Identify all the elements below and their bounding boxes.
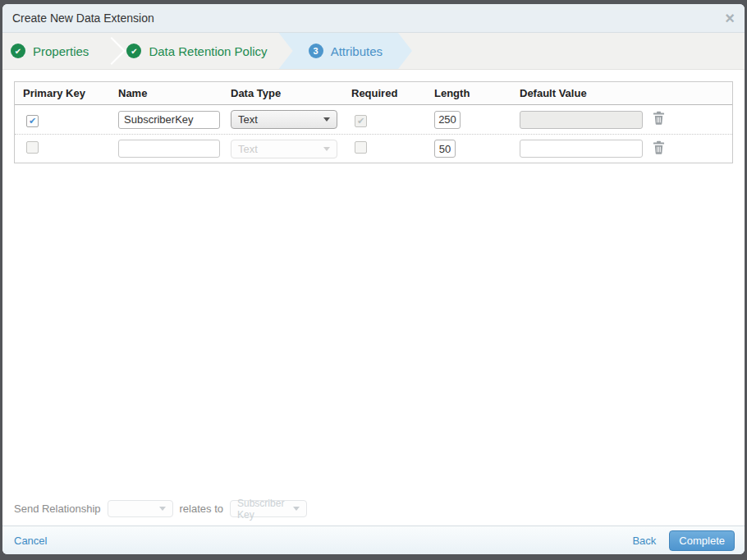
close-icon[interactable]: × bbox=[725, 10, 735, 26]
table-row: Text bbox=[15, 134, 732, 163]
data-type-value: Text bbox=[238, 143, 258, 155]
table-row: ✔ Text ✔ bbox=[15, 105, 732, 134]
step-number-badge: 3 bbox=[309, 44, 323, 58]
field-name-input[interactable] bbox=[118, 111, 220, 129]
col-header-required: Required bbox=[346, 87, 429, 99]
data-type-value: Text bbox=[238, 113, 258, 126]
primary-key-checkbox[interactable] bbox=[26, 141, 39, 154]
step-properties[interactable]: ✔ Properties bbox=[2, 33, 100, 69]
cancel-link[interactable]: Cancel bbox=[14, 535, 47, 547]
send-relationship-label: Send Relationship bbox=[14, 503, 101, 515]
col-header-length: Length bbox=[429, 87, 515, 99]
complete-button[interactable]: Complete bbox=[669, 530, 735, 551]
send-relationship-row: Send Relationship relates to Subscriber … bbox=[14, 500, 307, 517]
relates-to-field-value: Subscriber Key bbox=[237, 498, 290, 521]
step-complete-check-icon: ✔ bbox=[126, 44, 141, 58]
delete-row-trash-icon[interactable] bbox=[653, 111, 665, 128]
caret-down-icon bbox=[323, 147, 330, 151]
data-type-select[interactable]: Text bbox=[231, 110, 337, 129]
step-complete-check-icon: ✔ bbox=[11, 44, 25, 58]
caret-down-icon bbox=[293, 507, 300, 511]
step-attributes-current[interactable]: 3 Attributes bbox=[279, 33, 412, 69]
length-input[interactable] bbox=[434, 140, 456, 158]
relates-to-label: relates to bbox=[180, 503, 223, 515]
attributes-panel: Primary Key Name Data Type Required Leng… bbox=[2, 70, 745, 526]
step-data-retention-policy[interactable]: ✔ Data Retention Policy bbox=[118, 33, 278, 69]
relates-to-field-select: Subscriber Key bbox=[230, 500, 307, 517]
col-header-data-type: Data Type bbox=[226, 87, 346, 99]
default-value-input[interactable] bbox=[520, 140, 643, 158]
modal-footer: Cancel Back Complete bbox=[2, 526, 745, 554]
required-checkbox[interactable] bbox=[355, 141, 367, 154]
modal-title: Create New Data Extension bbox=[12, 11, 154, 25]
col-header-primary-key: Primary Key bbox=[15, 87, 113, 99]
col-header-default-value: Default Value bbox=[515, 87, 646, 99]
send-relationship-field-select bbox=[108, 500, 173, 517]
col-header-name: Name bbox=[113, 87, 226, 99]
table-header-row: Primary Key Name Data Type Required Leng… bbox=[15, 82, 732, 105]
default-value-input bbox=[520, 111, 643, 129]
modal-titlebar: Create New Data Extension × bbox=[2, 4, 745, 33]
field-name-input[interactable] bbox=[118, 140, 220, 158]
caret-down-icon bbox=[159, 507, 166, 511]
attributes-table: Primary Key Name Data Type Required Leng… bbox=[14, 81, 733, 163]
data-type-select: Text bbox=[231, 140, 337, 158]
step-label: Data Retention Policy bbox=[149, 44, 267, 58]
step-separator-chevron bbox=[100, 33, 118, 69]
length-input[interactable] bbox=[434, 111, 461, 129]
wizard-steps: ✔ Properties ✔ Data Retention Policy 3 A… bbox=[2, 33, 745, 70]
create-data-extension-modal: Create New Data Extension × ✔ Properties… bbox=[2, 4, 745, 554]
back-link[interactable]: Back bbox=[632, 535, 656, 547]
required-checkbox: ✔ bbox=[355, 115, 367, 127]
primary-key-checkbox[interactable]: ✔ bbox=[26, 115, 39, 127]
step-label: Attributes bbox=[331, 44, 383, 58]
caret-down-icon bbox=[323, 117, 330, 122]
delete-row-trash-icon[interactable] bbox=[653, 140, 665, 158]
step-label: Properties bbox=[33, 44, 89, 58]
